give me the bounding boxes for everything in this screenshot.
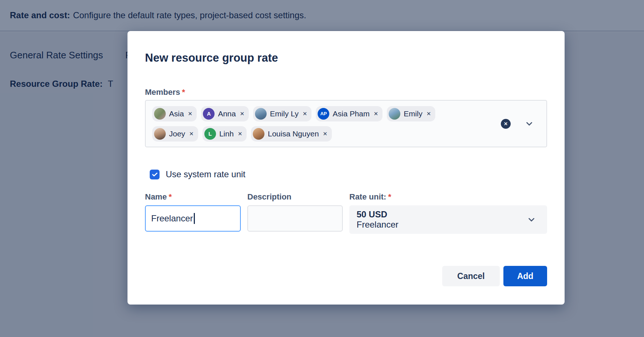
member-avatar: [255, 108, 267, 120]
name-input[interactable]: Freelancer: [145, 205, 241, 232]
member-avatar: A: [203, 108, 215, 120]
member-chip: A Anna ✕: [201, 106, 249, 121]
member-name: Louisa Nguyen: [268, 129, 319, 138]
name-label: Name*: [145, 192, 241, 202]
add-button[interactable]: Add: [503, 266, 547, 286]
dialog-title: New resource group rate: [145, 51, 547, 65]
clear-all-members-icon[interactable]: ✕: [501, 119, 511, 129]
use-system-rate-unit-label: Use system rate unit: [166, 169, 246, 179]
member-name: Joey: [169, 129, 185, 138]
member-chip: Emily Ly ✕: [253, 106, 311, 121]
remove-member-icon[interactable]: ✕: [187, 111, 193, 117]
member-name: Linh: [219, 129, 234, 138]
member-avatar: L: [204, 128, 216, 140]
text-cursor: [194, 213, 195, 224]
new-resource-group-rate-dialog: New resource group rate Members* Asia ✕ …: [127, 31, 565, 305]
rate-unit-value: 50 USD Freelancer: [357, 209, 527, 230]
member-avatar: [154, 108, 166, 120]
remove-member-icon[interactable]: ✕: [373, 111, 378, 117]
remove-member-icon[interactable]: ✕: [239, 111, 244, 117]
member-name: Asia: [169, 109, 184, 118]
cancel-button[interactable]: Cancel: [442, 266, 500, 286]
members-chip-list: Asia ✕ A Anna ✕ Emily Ly ✕ AP Asia Pham …: [152, 106, 451, 142]
members-chevron-down-icon[interactable]: [525, 119, 534, 128]
member-name: Emily: [404, 109, 422, 118]
member-avatar: [253, 128, 264, 140]
required-asterisk: *: [169, 192, 172, 201]
member-avatar: [389, 108, 400, 120]
remove-member-icon[interactable]: ✕: [237, 131, 243, 137]
member-name: Asia Pham: [333, 109, 370, 118]
member-name: Emily Ly: [270, 109, 299, 118]
members-label: Members*: [145, 87, 547, 97]
dialog-actions: Cancel Add: [145, 266, 547, 286]
description-label: Description: [247, 192, 343, 202]
name-input-value: Freelancer: [151, 213, 193, 224]
member-name: Anna: [218, 109, 236, 118]
description-input[interactable]: [247, 205, 343, 232]
checkmark-icon: [151, 171, 158, 178]
member-chip: Joey ✕: [152, 126, 198, 142]
rate-unit-name: Freelancer: [357, 220, 527, 230]
member-chip: L Linh ✕: [203, 126, 247, 142]
use-system-rate-unit-row: Use system rate unit: [150, 169, 547, 179]
required-asterisk: *: [182, 88, 185, 97]
required-asterisk: *: [388, 192, 391, 201]
member-chip: Asia ✕: [152, 106, 197, 121]
remove-member-icon[interactable]: ✕: [302, 111, 307, 117]
rate-unit-select[interactable]: 50 USD Freelancer: [349, 205, 547, 234]
member-avatar: [154, 128, 166, 140]
member-chip: Louisa Nguyen ✕: [251, 126, 332, 142]
field-labels-row: Name* Description Rate unit:*: [145, 192, 547, 202]
remove-member-icon[interactable]: ✕: [426, 111, 431, 117]
member-chip: AP Asia Pham ✕: [316, 106, 382, 121]
member-avatar: AP: [318, 108, 329, 120]
field-inputs-row: Freelancer 50 USD Freelancer: [145, 205, 547, 234]
rate-unit-label: Rate unit:*: [349, 192, 547, 202]
remove-member-icon[interactable]: ✕: [188, 131, 194, 137]
member-chip: Emily ✕: [387, 106, 435, 121]
members-multiselect[interactable]: Asia ✕ A Anna ✕ Emily Ly ✕ AP Asia Pham …: [145, 100, 547, 147]
remove-member-icon[interactable]: ✕: [322, 131, 327, 137]
use-system-rate-unit-checkbox[interactable]: [150, 170, 160, 179]
rate-unit-price: 50 USD: [357, 209, 527, 220]
rate-unit-chevron-down-icon[interactable]: [527, 215, 536, 224]
